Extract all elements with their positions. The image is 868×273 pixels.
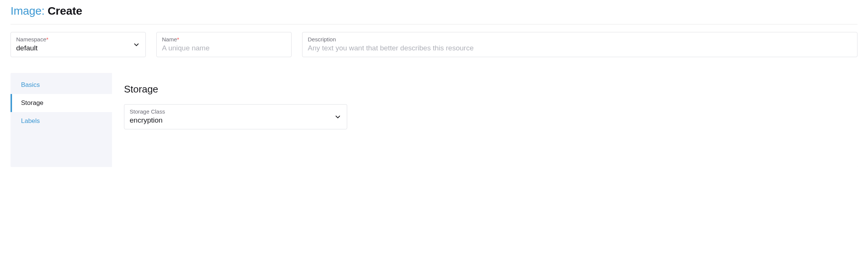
name-input[interactable]	[162, 44, 286, 52]
divider	[11, 24, 857, 24]
storage-class-select[interactable]: Storage Class encryption	[124, 104, 347, 129]
description-label: Description	[308, 36, 852, 42]
tab-list: Basics Storage Labels	[11, 73, 112, 167]
page-title-prefix: Image:	[11, 5, 45, 17]
namespace-value: default	[16, 44, 140, 52]
namespace-label: Namespace*	[16, 36, 140, 42]
top-fields-row: Namespace* default Name* Description	[11, 32, 857, 57]
description-field[interactable]: Description	[302, 32, 857, 57]
name-label-text: Name	[162, 36, 177, 42]
tabbed-panel: Basics Storage Labels Storage Storage Cl…	[11, 73, 857, 167]
required-indicator: *	[46, 36, 48, 42]
storage-heading: Storage	[124, 83, 845, 95]
name-label: Name*	[162, 36, 286, 42]
tab-content: Storage Storage Class encryption	[112, 73, 857, 167]
namespace-select[interactable]: Namespace* default	[11, 32, 146, 57]
required-indicator: *	[177, 36, 179, 42]
description-input[interactable]	[308, 44, 852, 52]
tab-basics[interactable]: Basics	[11, 76, 112, 94]
namespace-label-text: Namespace	[16, 36, 46, 42]
tab-labels[interactable]: Labels	[11, 112, 112, 130]
storage-class-label: Storage Class	[130, 108, 342, 115]
tab-storage[interactable]: Storage	[11, 94, 112, 112]
storage-class-value: encryption	[130, 116, 342, 124]
page-title: Image: Create	[11, 5, 857, 17]
name-field[interactable]: Name*	[156, 32, 292, 57]
page-title-text: Create	[48, 5, 82, 17]
